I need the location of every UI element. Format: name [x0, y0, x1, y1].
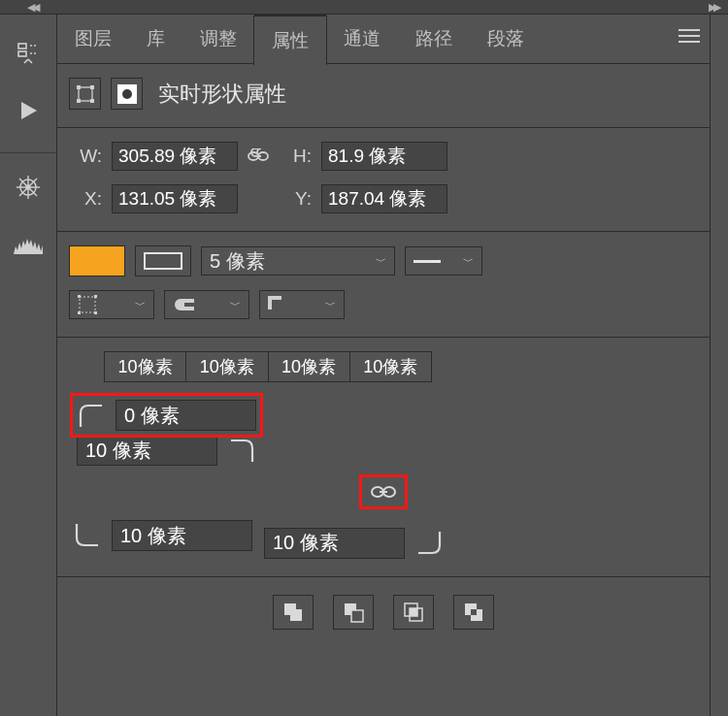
pathfinder-row — [57, 577, 710, 647]
panel-title: 实时形状属性 — [158, 80, 286, 109]
align-edges-select[interactable]: ﹀ — [69, 290, 154, 319]
link-corners-button[interactable] — [362, 477, 405, 506]
y-label: Y: — [279, 188, 312, 210]
corner-br-icon[interactable] — [416, 530, 444, 557]
svg-rect-14 — [90, 85, 94, 89]
cap-icon — [173, 297, 194, 312]
svg-rect-24 — [94, 295, 97, 298]
svg-rect-26 — [94, 311, 97, 314]
tab-adjustments[interactable]: 调整 — [182, 15, 254, 63]
cap-type-select[interactable]: ﹀ — [164, 290, 249, 319]
svg-point-18 — [122, 89, 132, 99]
svg-rect-15 — [77, 99, 81, 103]
mask-icon[interactable] — [111, 78, 143, 110]
histogram-icon[interactable] — [8, 225, 49, 266]
stroke-swatch[interactable] — [135, 245, 191, 277]
width-label: W: — [69, 146, 102, 167]
collapse-left-icon[interactable]: ◀◀ — [27, 1, 37, 14]
panel-tabs: 图层 库 调整 属性 通道 路径 段落 — [57, 15, 710, 64]
svg-rect-12 — [79, 87, 92, 101]
svg-rect-22 — [80, 297, 95, 312]
link-wh-icon[interactable] — [248, 148, 269, 164]
chevron-down-icon: ﹀ — [135, 298, 146, 312]
x-label: X: — [69, 188, 102, 210]
corner-combined-2: 10像素 — [269, 352, 350, 381]
combine-union-button[interactable] — [273, 595, 314, 630]
corner-tl-icon[interactable] — [77, 402, 104, 429]
join-icon — [268, 296, 285, 313]
stroke-width-value: 5 像素 — [210, 248, 265, 275]
chevron-down-icon: ﹀ — [463, 254, 474, 269]
chevron-down-icon: ﹀ — [376, 254, 386, 269]
svg-marker-2 — [21, 102, 37, 119]
fill-swatch[interactable] — [69, 245, 125, 277]
tab-paths[interactable]: 路径 — [398, 15, 470, 63]
corner-combined-1: 10像素 — [186, 352, 268, 381]
panel-menu-icon[interactable] — [678, 28, 700, 44]
history-icon[interactable] — [8, 32, 49, 73]
tab-libraries[interactable]: 库 — [129, 15, 182, 63]
left-toolbar — [0, 15, 57, 716]
svg-rect-0 — [18, 44, 26, 49]
chevron-down-icon: ﹀ — [230, 298, 241, 312]
x-field[interactable]: 131.05 像素 — [112, 184, 238, 213]
corner-br-field[interactable]: 10 像素 — [264, 528, 405, 559]
svg-rect-1 — [18, 51, 26, 56]
corner-bl-icon[interactable] — [73, 522, 100, 549]
svg-rect-27 — [184, 303, 194, 307]
combine-intersect-button[interactable] — [393, 595, 434, 630]
svg-rect-23 — [78, 295, 81, 298]
tab-properties[interactable]: 属性 — [254, 16, 326, 65]
wheel-icon[interactable] — [8, 167, 49, 208]
path-align-icon — [78, 295, 97, 314]
chevron-down-icon: ﹀ — [325, 298, 336, 312]
solid-line-icon — [414, 260, 441, 263]
tab-channels[interactable]: 通道 — [326, 15, 398, 63]
y-field[interactable]: 187.04 像素 — [321, 184, 447, 213]
combine-subtract-button[interactable] — [333, 595, 374, 630]
corner-tl-field[interactable]: 0 像素 — [116, 400, 256, 431]
corner-tr-icon[interactable] — [229, 437, 256, 464]
stroke-width-select[interactable]: 5 像素 ﹀ — [201, 246, 395, 276]
join-type-select[interactable]: ﹀ — [259, 290, 345, 319]
corners-combined-field[interactable]: 10像素 10像素 10像素 10像素 — [104, 351, 432, 382]
corner-bl-field[interactable]: 10 像素 — [112, 520, 252, 551]
svg-rect-25 — [78, 311, 81, 314]
height-label: H: — [279, 146, 312, 167]
svg-rect-35 — [410, 608, 417, 616]
corner-combined-3: 10像素 — [350, 352, 431, 381]
play-icon[interactable] — [8, 90, 49, 131]
combine-exclude-button[interactable] — [453, 595, 494, 630]
tab-paragraph[interactable]: 段落 — [470, 15, 542, 63]
corner-combined-0: 10像素 — [105, 352, 186, 381]
shape-bounds-icon[interactable] — [69, 78, 101, 110]
collapse-right-icon[interactable]: ▶▶ — [709, 1, 718, 14]
stroke-style-select[interactable]: ﹀ — [405, 246, 482, 276]
tab-layers[interactable]: 图层 — [57, 15, 129, 63]
height-field[interactable]: 81.9 像素 — [321, 142, 447, 171]
svg-rect-32 — [351, 610, 363, 622]
width-field[interactable]: 305.89 像素 — [112, 142, 238, 171]
corner-tr-field[interactable]: 10 像素 — [77, 435, 217, 466]
svg-rect-13 — [77, 85, 81, 89]
svg-rect-16 — [90, 99, 94, 103]
